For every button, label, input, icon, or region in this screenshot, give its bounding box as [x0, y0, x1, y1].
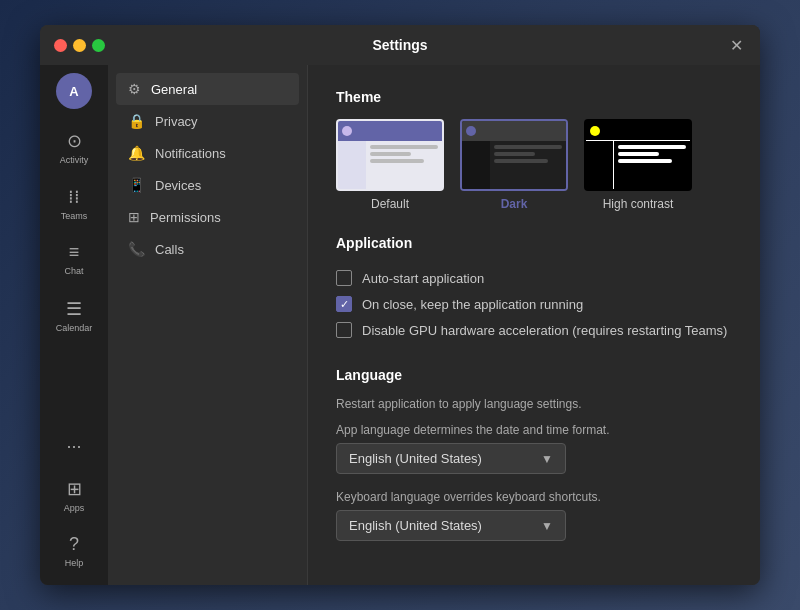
calendar-label: Calendar: [56, 323, 93, 333]
app-language-arrow: ▼: [541, 452, 553, 466]
sidebar-item-activity[interactable]: ⊙ Activity: [48, 121, 100, 173]
help-icon: ?: [69, 534, 79, 555]
close-traffic-light[interactable]: [54, 39, 67, 52]
app-language-select[interactable]: English (United States) ▼: [336, 443, 566, 474]
menu-label-permissions: Permissions: [150, 210, 221, 225]
title-bar: Settings ✕: [40, 25, 760, 65]
theme-preview-dark: [460, 119, 568, 191]
app-language-label: App language determines the date and tim…: [336, 423, 732, 437]
teams-label: Teams: [61, 211, 88, 221]
sidebar-item-apps[interactable]: ⊞ Apps: [48, 469, 100, 521]
language-title: Language: [336, 367, 732, 383]
checkbox-disable-gpu-label: Disable GPU hardware acceleration (requi…: [362, 323, 727, 338]
theme-option-dark[interactable]: Dark: [460, 119, 568, 211]
window-body: A ⊙ Activity ⁞⁞ Teams ≡ Chat ☰ Calendar …: [40, 65, 760, 585]
sidebar-item-teams[interactable]: ⁞⁞ Teams: [48, 177, 100, 229]
checkbox-keep-running-box[interactable]: [336, 296, 352, 312]
menu-item-notifications[interactable]: 🔔 Notifications: [116, 137, 299, 169]
theme-option-default[interactable]: Default: [336, 119, 444, 211]
keyboard-language-value: English (United States): [349, 518, 482, 533]
settings-sidebar: ⚙ General 🔒 Privacy 🔔 Notifications 📱 De…: [108, 65, 308, 585]
sidebar-item-chat[interactable]: ≡ Chat: [48, 233, 100, 285]
chat-icon: ≡: [69, 242, 80, 263]
keyboard-language-arrow: ▼: [541, 519, 553, 533]
calendar-icon: ☰: [66, 298, 82, 320]
keyboard-language-label: Keyboard language overrides keyboard sho…: [336, 490, 732, 504]
checkbox-keep-running-label: On close, keep the application running: [362, 297, 583, 312]
menu-label-general: General: [151, 82, 197, 97]
window-title: Settings: [372, 37, 427, 53]
checkbox-autostart-label: Auto-start application: [362, 271, 484, 286]
application-title: Application: [336, 235, 732, 251]
permissions-icon: ⊞: [128, 209, 140, 225]
theme-label-high-contrast: High contrast: [603, 197, 674, 211]
help-label: Help: [65, 558, 84, 568]
theme-label-default: Default: [371, 197, 409, 211]
apps-label: Apps: [64, 503, 85, 513]
traffic-lights: [54, 39, 105, 52]
menu-label-privacy: Privacy: [155, 114, 198, 129]
menu-item-devices[interactable]: 📱 Devices: [116, 169, 299, 201]
theme-preview-high-contrast: [584, 119, 692, 191]
checkbox-autostart[interactable]: Auto-start application: [336, 265, 732, 291]
keyboard-language-select[interactable]: English (United States) ▼: [336, 510, 566, 541]
menu-item-calls[interactable]: 📞 Calls: [116, 233, 299, 265]
theme-option-high-contrast[interactable]: High contrast: [584, 119, 692, 211]
teams-icon: ⁞⁞: [68, 186, 80, 208]
language-restart-note: Restart application to apply language se…: [336, 397, 732, 411]
settings-window: Settings ✕ A ⊙ Activity ⁞⁞ Teams ≡ Chat …: [40, 25, 760, 585]
fullscreen-traffic-light[interactable]: [92, 39, 105, 52]
application-section: Application Auto-start application On cl…: [336, 235, 732, 343]
theme-preview-default: [336, 119, 444, 191]
notifications-icon: 🔔: [128, 145, 145, 161]
menu-item-general[interactable]: ⚙ General: [116, 73, 299, 105]
minimize-traffic-light[interactable]: [73, 39, 86, 52]
general-icon: ⚙: [128, 81, 141, 97]
menu-item-permissions[interactable]: ⊞ Permissions: [116, 201, 299, 233]
checkbox-autostart-box[interactable]: [336, 270, 352, 286]
sidebar-item-help[interactable]: ? Help: [48, 525, 100, 577]
theme-label-dark: Dark: [501, 197, 528, 211]
privacy-icon: 🔒: [128, 113, 145, 129]
close-button[interactable]: ✕: [726, 35, 746, 55]
menu-label-notifications: Notifications: [155, 146, 226, 161]
apps-icon: ⊞: [67, 478, 82, 500]
chat-label: Chat: [64, 266, 83, 276]
devices-icon: 📱: [128, 177, 145, 193]
avatar[interactable]: A: [56, 73, 92, 109]
theme-options: Default: [336, 119, 732, 211]
activity-label: Activity: [60, 155, 89, 165]
sidebar-item-calendar[interactable]: ☰ Calendar: [48, 289, 100, 341]
checkbox-disable-gpu-box[interactable]: [336, 322, 352, 338]
menu-label-devices: Devices: [155, 178, 201, 193]
settings-main: Theme De: [308, 65, 760, 585]
calls-icon: 📞: [128, 241, 145, 257]
checkbox-keep-running[interactable]: On close, keep the application running: [336, 291, 732, 317]
theme-title: Theme: [336, 89, 732, 105]
checkbox-disable-gpu[interactable]: Disable GPU hardware acceleration (requi…: [336, 317, 732, 343]
language-section: Language Restart application to apply la…: [336, 367, 732, 541]
more-button[interactable]: ···: [58, 428, 89, 465]
menu-item-privacy[interactable]: 🔒 Privacy: [116, 105, 299, 137]
app-language-value: English (United States): [349, 451, 482, 466]
teams-sidebar: A ⊙ Activity ⁞⁞ Teams ≡ Chat ☰ Calendar …: [40, 65, 108, 585]
activity-icon: ⊙: [67, 130, 82, 152]
menu-label-calls: Calls: [155, 242, 184, 257]
